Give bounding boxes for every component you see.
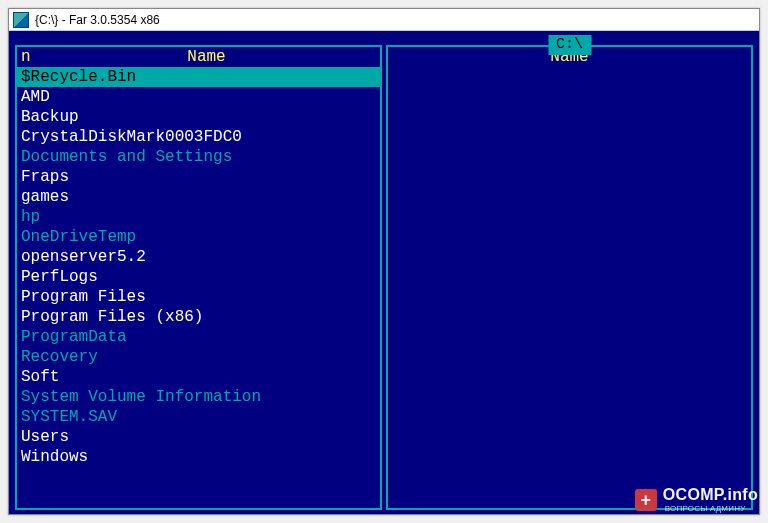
watermark: + OCOMP.info ВОПРОСЫ АДМИНУ xyxy=(635,487,758,513)
app-icon xyxy=(13,12,29,28)
list-item[interactable]: openserver5.2 xyxy=(17,247,380,267)
list-item[interactable]: Fraps xyxy=(17,167,380,187)
watermark-sub: ВОПРОСЫ АДМИНУ xyxy=(665,505,758,513)
list-item[interactable]: AMD xyxy=(17,87,380,107)
list-item[interactable]: Users xyxy=(17,427,380,447)
list-item[interactable]: games xyxy=(17,187,380,207)
column-header-name[interactable]: Name xyxy=(37,47,376,67)
list-item[interactable]: Soft xyxy=(17,367,380,387)
watermark-brand: OCOMP.info xyxy=(663,487,758,503)
sort-indicator[interactable]: n xyxy=(21,47,37,67)
left-file-list[interactable]: $Recycle.BinAMDBackupCrystalDiskMark0003… xyxy=(17,67,380,467)
current-path[interactable]: C:\ xyxy=(548,35,591,55)
list-item[interactable]: OneDriveTemp xyxy=(17,227,380,247)
list-item[interactable]: SYSTEM.SAV xyxy=(17,407,380,427)
list-item[interactable]: CrystalDiskMark0003FDC0 xyxy=(17,127,380,147)
left-panel[interactable]: n Name $Recycle.BinAMDBackupCrystalDiskM… xyxy=(15,45,382,510)
window-title: {C:\} - Far 3.0.5354 x86 xyxy=(35,13,160,27)
client-area: n Name $Recycle.BinAMDBackupCrystalDiskM… xyxy=(9,31,759,514)
left-panel-header[interactable]: n Name xyxy=(17,47,380,67)
list-item[interactable]: Documents and Settings xyxy=(17,147,380,167)
titlebar[interactable]: {C:\} - Far 3.0.5354 x86 xyxy=(9,9,759,31)
app-window: {C:\} - Far 3.0.5354 x86 n Name $Recycle… xyxy=(8,8,760,515)
list-item[interactable]: System Volume Information xyxy=(17,387,380,407)
list-item[interactable]: Program Files xyxy=(17,287,380,307)
plus-icon: + xyxy=(635,489,657,511)
list-item[interactable]: Backup xyxy=(17,107,380,127)
right-panel[interactable]: C:\ Name xyxy=(386,45,753,510)
list-item[interactable]: ProgramData xyxy=(17,327,380,347)
list-item[interactable]: $Recycle.Bin xyxy=(17,67,380,87)
list-item[interactable]: PerfLogs xyxy=(17,267,380,287)
list-item[interactable]: Windows xyxy=(17,447,380,467)
list-item[interactable]: hp xyxy=(17,207,380,227)
list-item[interactable]: Program Files (x86) xyxy=(17,307,380,327)
list-item[interactable]: Recovery xyxy=(17,347,380,367)
